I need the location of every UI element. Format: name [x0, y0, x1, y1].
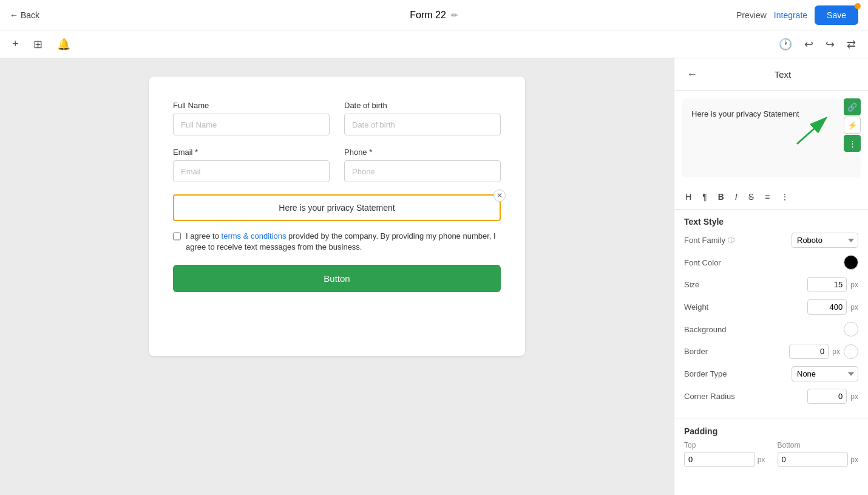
background-value: [844, 322, 858, 336]
corner-radius-input[interactable]: [807, 389, 847, 404]
back-label: Back: [21, 10, 39, 20]
panel-toolbar: H ¶ B I S ≡ ⋮: [674, 185, 868, 210]
submit-button[interactable]: Button: [173, 265, 501, 292]
phone-label: Phone *: [344, 148, 501, 157]
padding-top-input[interactable]: [684, 452, 755, 467]
paragraph-button[interactable]: ¶: [699, 189, 711, 204]
preview-button[interactable]: Preview: [736, 10, 767, 20]
settings-button[interactable]: ⇄: [844, 35, 858, 53]
font-color-label: Font Color: [684, 258, 721, 267]
size-label: Size: [684, 280, 699, 289]
bold-button[interactable]: B: [714, 189, 728, 204]
edit-icon[interactable]: ✏: [451, 10, 458, 20]
border-input[interactable]: [789, 344, 829, 359]
form-row-2: Email * Phone *: [173, 148, 501, 182]
font-family-select[interactable]: Roboto: [792, 233, 858, 248]
border-type-label: Border Type: [684, 369, 727, 378]
background-label: Background: [684, 325, 726, 334]
font-family-row: Font Family ⓘ Roboto: [684, 233, 858, 248]
align-button[interactable]: ≡: [761, 189, 773, 204]
more-icon-button[interactable]: ⋮: [844, 135, 861, 152]
background-row: Background: [684, 322, 858, 336]
history-button[interactable]: 🕐: [776, 35, 795, 53]
redo-button[interactable]: ↪: [823, 35, 837, 53]
info-icon: ⓘ: [728, 236, 734, 245]
weight-input[interactable]: [807, 299, 847, 315]
panel-title: Text: [707, 69, 858, 80]
padding-top-label: Top: [684, 441, 765, 449]
font-family-value: Roboto: [792, 233, 858, 248]
undo-button[interactable]: ↩: [802, 35, 816, 53]
size-unit: px: [850, 281, 858, 289]
top-nav: ← Back Form 22 ✏ Preview Integrate Save: [0, 0, 868, 30]
terms-link[interactable]: terms & conditions: [222, 231, 287, 241]
dob-label: Date of birth: [344, 101, 501, 110]
canvas-area: Full Name Date of birth Email * Phone *: [0, 58, 674, 495]
checkbox-row: I agree to terms & conditions provided b…: [173, 231, 501, 253]
dob-group: Date of birth: [344, 101, 501, 135]
corner-radius-row: Corner Radius px: [684, 389, 858, 404]
second-nav-right: 🕐 ↩ ↪ ⇄: [776, 35, 858, 53]
dob-input[interactable]: [344, 114, 501, 135]
privacy-text: Here is your privacy Statement: [279, 203, 395, 213]
panel-preview-text: Here is your privacy Statement: [691, 109, 799, 118]
border-type-value: None Solid Dashed: [792, 366, 858, 381]
weight-row: Weight px: [684, 299, 858, 315]
border-type-select[interactable]: None Solid Dashed: [792, 366, 858, 381]
phone-group: Phone *: [344, 148, 501, 182]
green-arrow-icon: [791, 111, 839, 153]
terms-checkbox[interactable]: [173, 232, 181, 241]
email-input[interactable]: [173, 160, 330, 182]
border-color-swatch[interactable]: [844, 344, 858, 359]
back-button[interactable]: ← Back: [10, 10, 39, 20]
second-nav-left: + ⊞ 🔔: [10, 35, 73, 53]
privacy-box: Here is your privacy Statement ✕: [173, 194, 501, 221]
padding-title: Padding: [684, 426, 858, 436]
top-nav-left: ← Back: [10, 10, 39, 20]
text-style-title: Text Style: [684, 217, 858, 227]
strikethrough-button[interactable]: S: [745, 189, 758, 204]
font-color-row: Font Color: [684, 255, 858, 270]
panel-back-button[interactable]: ←: [684, 66, 700, 83]
corner-radius-value: px: [807, 389, 858, 404]
form-card: Full Name Date of birth Email * Phone *: [149, 77, 525, 356]
phone-input[interactable]: [344, 160, 501, 182]
link-icon-button[interactable]: 🔗: [844, 98, 861, 115]
save-label: Save: [827, 10, 846, 20]
heading-button[interactable]: H: [682, 189, 695, 204]
padding-row: Top px Bottom px: [684, 441, 858, 467]
font-color-swatch[interactable]: [844, 255, 858, 270]
padding-bottom-label: Bottom: [778, 441, 859, 449]
right-panel: ← Text Here is your privacy Statement 🔗 …: [674, 58, 868, 495]
integrate-button[interactable]: Integrate: [774, 10, 807, 20]
padding-bottom-col: Bottom px: [778, 441, 859, 467]
panel-header: ← Text: [674, 58, 868, 91]
corner-radius-label: Corner Radius: [684, 392, 735, 401]
privacy-close-button[interactable]: ✕: [493, 189, 506, 202]
full-name-input[interactable]: [173, 114, 330, 135]
full-name-label: Full Name: [173, 101, 330, 110]
padding-bottom-unit: px: [850, 456, 858, 464]
border-value: px: [789, 344, 858, 359]
add-button[interactable]: +: [10, 35, 21, 53]
back-arrow-icon: ←: [10, 10, 18, 20]
unlink-icon-button[interactable]: ⚡: [844, 117, 861, 134]
notifications-button[interactable]: 🔔: [55, 35, 73, 53]
main-layout: Full Name Date of birth Email * Phone *: [0, 58, 868, 495]
top-nav-right: Preview Integrate Save: [736, 5, 858, 25]
email-group: Email *: [173, 148, 330, 182]
checkbox-text: I agree to terms & conditions provided b…: [186, 231, 501, 253]
italic-button[interactable]: I: [731, 189, 741, 204]
corner-radius-unit: px: [850, 392, 858, 401]
form-row-1: Full Name Date of birth: [173, 101, 501, 135]
size-input[interactable]: [807, 277, 847, 292]
save-button[interactable]: Save: [815, 5, 858, 25]
panel-action-icons: 🔗 ⚡ ⋮: [844, 98, 861, 152]
components-button[interactable]: ⊞: [31, 35, 45, 53]
size-row: Size px: [684, 277, 858, 292]
size-value: px: [807, 277, 858, 292]
padding-top-unit: px: [758, 456, 765, 464]
more-button[interactable]: ⋮: [777, 189, 793, 204]
background-swatch[interactable]: [844, 322, 858, 336]
padding-bottom-input[interactable]: [778, 452, 849, 467]
